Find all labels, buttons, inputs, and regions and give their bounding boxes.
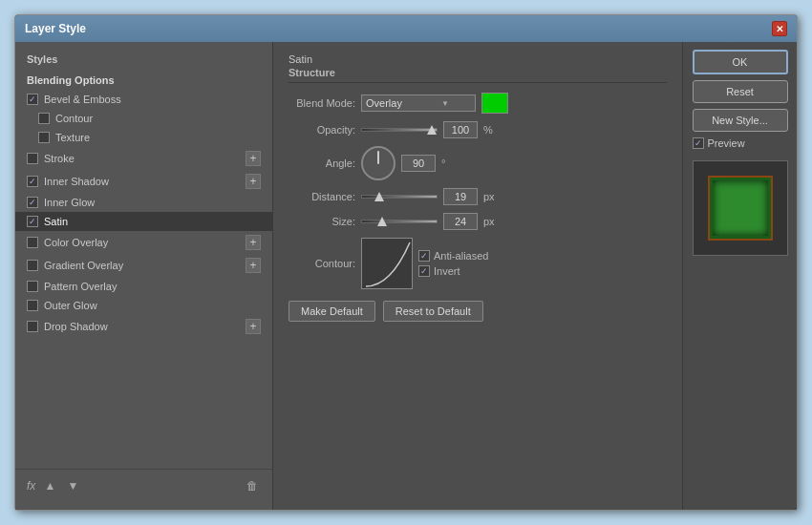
opacity-input[interactable] [443,121,478,138]
inner-shadow-checkbox[interactable] [27,176,38,187]
preview-row: Preview [693,137,788,149]
inner-shadow-plus-button[interactable]: + [246,174,261,189]
dialog-body: Styles Blending Options Bevel & Emboss C… [15,42,797,510]
pattern-overlay-checkbox[interactable] [27,281,38,292]
bottom-bar: fx ▲ ▼ 🗑 [15,469,272,502]
distance-slider-container [361,195,438,199]
sidebar-item-outer-glow[interactable]: Outer Glow [15,296,272,315]
fx-label: fx [27,479,35,493]
title-bar: Layer Style ✕ [15,15,797,42]
preview-box [693,160,788,256]
down-button[interactable]: ▼ [64,477,81,494]
sidebar-item-texture[interactable]: Texture [15,128,272,147]
preview-label: Preview [708,137,745,149]
up-button[interactable]: ▲ [41,477,58,494]
gradient-overlay-plus-button[interactable]: + [246,258,261,273]
anti-aliased-row: Anti-aliased [418,250,488,262]
angle-dial[interactable] [361,146,395,180]
gradient-overlay-checkbox[interactable] [27,260,38,271]
dialog-title: Layer Style [25,22,86,35]
section-subtitle: Structure [288,67,667,83]
contour-row: Contour: Anti-aliased Invert [288,238,667,289]
sidebar-item-blending-options[interactable]: Blending Options [15,71,272,90]
size-slider[interactable] [361,220,438,223]
distance-label: Distance: [288,191,355,202]
sidebar-item-drop-shadow[interactable]: Drop Shadow + [15,315,272,338]
svg-rect-0 [362,239,413,289]
opacity-slider-container [361,128,438,132]
outer-glow-checkbox[interactable] [27,300,38,311]
preview-inner [708,176,773,241]
panel-header: Styles [15,50,272,71]
angle-input[interactable] [401,155,436,172]
satin-checkbox[interactable] [27,216,38,227]
size-input[interactable] [443,213,478,230]
sidebar-item-gradient-overlay[interactable]: Gradient Overlay + [15,254,272,277]
sidebar-item-stroke[interactable]: Stroke + [15,147,272,170]
distance-row: Distance: px [288,188,667,205]
blend-mode-wrapper: Overlay Normal Multiply [361,94,476,112]
reset-button[interactable]: Reset [693,80,788,103]
color-overlay-checkbox[interactable] [27,237,38,248]
anti-aliased-label: Anti-aliased [434,250,488,262]
inner-glow-checkbox[interactable] [27,197,38,208]
texture-checkbox[interactable] [38,132,50,143]
sidebar-item-satin[interactable]: Satin [15,212,272,231]
blend-mode-label: Blend Mode: [288,97,355,109]
section-name: Satin [288,53,667,65]
contour-preview[interactable] [361,238,413,289]
sidebar-item-inner-glow[interactable]: Inner Glow [15,193,272,212]
contour-checkboxes: Anti-aliased Invert [418,250,488,277]
opacity-row: Opacity: % [288,121,667,138]
right-panel: OK Reset New Style... Preview [682,42,797,510]
make-default-button[interactable]: Make Default [288,301,375,322]
opacity-unit: % [483,124,493,136]
action-buttons: Make Default Reset to Default [288,301,667,322]
new-style-button[interactable]: New Style... [693,109,788,132]
drop-shadow-checkbox[interactable] [27,321,38,332]
invert-row: Invert [418,265,488,277]
preview-checkbox[interactable] [693,137,704,149]
reset-default-button[interactable]: Reset to Default [383,301,483,322]
opacity-label: Opacity: [288,124,355,136]
stroke-checkbox[interactable] [27,153,38,164]
distance-input[interactable] [443,188,478,205]
invert-checkbox[interactable] [418,265,430,277]
ok-button[interactable]: OK [693,50,788,74]
sidebar-item-color-overlay[interactable]: Color Overlay + [15,231,272,254]
contour-checkbox[interactable] [38,113,50,124]
size-label: Size: [288,216,355,227]
color-swatch[interactable] [481,93,508,114]
size-row: Size: px [288,213,667,230]
invert-label: Invert [434,265,460,277]
contour-label: Contour: [288,258,355,269]
center-panel: Satin Structure Blend Mode: Overlay Norm… [273,42,682,510]
close-button[interactable]: ✕ [772,21,787,36]
sidebar-item-contour[interactable]: Contour [15,109,272,128]
left-panel: Styles Blending Options Bevel & Emboss C… [15,42,273,510]
size-slider-container [361,220,438,223]
distance-slider[interactable] [361,195,438,199]
layer-style-dialog: Layer Style ✕ Styles Blending Options Be… [14,14,798,511]
bevel-emboss-checkbox[interactable] [27,94,38,105]
size-unit: px [483,216,495,227]
sidebar-item-bevel-emboss[interactable]: Bevel & Emboss [15,90,272,109]
opacity-slider[interactable] [361,128,438,132]
drop-shadow-plus-button[interactable]: + [246,319,261,334]
angle-label: Angle: [288,158,355,169]
distance-unit: px [483,191,495,202]
angle-row: Angle: ° [288,146,667,180]
blend-mode-row: Blend Mode: Overlay Normal Multiply [288,93,667,114]
sidebar-item-pattern-overlay[interactable]: Pattern Overlay [15,277,272,296]
angle-unit: ° [441,158,445,169]
color-overlay-plus-button[interactable]: + [246,235,261,250]
sidebar-item-inner-shadow[interactable]: Inner Shadow + [15,170,272,193]
blend-mode-select[interactable]: Overlay Normal Multiply [361,94,476,112]
delete-button[interactable]: 🗑 [244,477,261,494]
stroke-plus-button[interactable]: + [246,151,261,166]
anti-aliased-checkbox[interactable] [418,250,430,262]
